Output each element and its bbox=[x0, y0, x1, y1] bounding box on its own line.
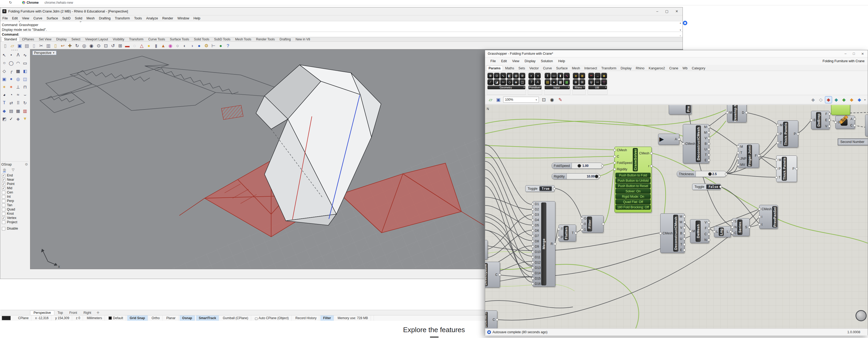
slider-knob[interactable] bbox=[708, 172, 712, 176]
debrep-component[interactable]: B DeBrep FEV bbox=[811, 111, 830, 129]
minimize-button[interactable]: – bbox=[845, 52, 846, 56]
zoom-selected-icon[interactable]: ⊙ bbox=[95, 42, 102, 49]
status-item-millimeters[interactable]: Millimeters bbox=[84, 315, 105, 321]
clipped-component[interactable] bbox=[865, 114, 868, 136]
orient-icon[interactable]: ↻ bbox=[22, 100, 28, 106]
port-g[interactable]: G bbox=[581, 217, 586, 220]
port-m[interactable]: M bbox=[704, 131, 710, 134]
arc-icon[interactable]: ◠ bbox=[15, 60, 21, 66]
number-slider-icon[interactable]: ‖ bbox=[545, 73, 551, 79]
toolbar-tab-select[interactable]: Select bbox=[69, 37, 83, 41]
toolbar-tab-solid-tools[interactable]: Solid Tools bbox=[192, 37, 212, 41]
palette-group-label[interactable]: Input▾ bbox=[545, 86, 570, 89]
crane-button-push-button-to-reset[interactable]: Push Button to Reset bbox=[616, 183, 651, 189]
port-c[interactable]: C bbox=[731, 231, 737, 235]
command-area[interactable]: Successfully read file "C:\Users\...\Doc… bbox=[0, 21, 683, 37]
checkbox[interactable] bbox=[2, 204, 5, 207]
rectangle-icon[interactable]: ▭ bbox=[22, 60, 28, 66]
disable-checkbox[interactable] bbox=[2, 227, 5, 230]
port-m[interactable]: M bbox=[704, 126, 710, 129]
plane-param-icon[interactable]: ◪ bbox=[494, 79, 500, 85]
port-t[interactable]: t bbox=[758, 223, 762, 226]
port-p[interactable]: P bbox=[776, 132, 782, 136]
export-doc-icon[interactable]: ▯ bbox=[31, 42, 37, 49]
colour-swatch-icon[interactable]: ▩ bbox=[564, 79, 570, 85]
cut-icon[interactable]: ✂ bbox=[38, 42, 44, 49]
crane-button-quad-flat-off[interactable]: Quad Flat: Off bbox=[616, 199, 651, 204]
preview-eye-icon[interactable]: ◉ bbox=[549, 97, 555, 103]
rhino-menu-render[interactable]: Render bbox=[160, 16, 175, 20]
rhino-menu-analyze[interactable]: Analyze bbox=[144, 16, 160, 20]
port-p[interactable]: P bbox=[793, 167, 798, 170]
gem-gray-icon[interactable]: ◆ bbox=[810, 97, 816, 103]
checkbox[interactable] bbox=[2, 195, 5, 199]
port-cmesh[interactable]: CMesh bbox=[758, 207, 772, 211]
port-b[interactable]: B bbox=[810, 119, 815, 122]
port-t[interactable]: T bbox=[737, 151, 742, 155]
shaded-sphere-icon[interactable]: ◐ bbox=[182, 42, 188, 49]
redraw-brush-icon[interactable]: ✎ bbox=[557, 97, 564, 103]
point-icon[interactable]: • bbox=[8, 52, 14, 58]
port-d8[interactable]: D8 bbox=[531, 240, 539, 243]
md-slider-icon[interactable]: ▦ bbox=[557, 79, 563, 85]
slider-knob[interactable] bbox=[578, 164, 581, 167]
gh-tab-surface[interactable]: Surface bbox=[554, 66, 570, 71]
smash-icon[interactable]: ✶ bbox=[8, 84, 14, 90]
panel-icon[interactable]: ▤ bbox=[545, 79, 551, 85]
osnap-tab-icon[interactable]: ◎ bbox=[3, 168, 6, 172]
boolean-param-icon[interactable]: ◐ bbox=[528, 73, 534, 79]
pipe-icon[interactable]: ◫ bbox=[22, 76, 28, 82]
chevron-down-icon[interactable]: ▾ bbox=[864, 98, 866, 101]
osnap-item-mid[interactable]: ✓Mid bbox=[1, 186, 28, 190]
viewport-title[interactable]: Perspective ▼ bbox=[32, 51, 56, 55]
port-d5[interactable]: D5 bbox=[531, 224, 539, 227]
port-d14[interactable]: D14 bbox=[531, 272, 541, 275]
checkbox[interactable] bbox=[2, 212, 5, 215]
port-i[interactable]: i bbox=[758, 215, 762, 218]
status-item-cplane[interactable]: CPlane bbox=[16, 315, 31, 321]
port-a[interactable]: A bbox=[675, 138, 680, 141]
rhino-menu-window[interactable]: Window bbox=[175, 16, 191, 20]
integer-param-icon[interactable]: 7 bbox=[528, 79, 534, 85]
group-icon[interactable]: ◩ bbox=[1, 115, 7, 122]
status-item-auto-cplane-object[interactable]: Auto CPlane (Object) bbox=[252, 315, 292, 321]
port-p[interactable]: P bbox=[794, 132, 799, 136]
demesh-component[interactable]: M DeMesh VFCN bbox=[690, 219, 709, 243]
port-l[interactable]: L bbox=[713, 230, 718, 233]
port-t[interactable]: T bbox=[776, 141, 782, 144]
gh-tab-display[interactable]: Display bbox=[618, 66, 633, 71]
select-filter-icon[interactable]: △ bbox=[138, 42, 145, 49]
pan-icon[interactable]: ✚ bbox=[66, 42, 73, 49]
port-r[interactable]: r bbox=[648, 165, 653, 168]
port-d3[interactable]: D3 bbox=[531, 213, 539, 216]
zoom-extents-icon[interactable]: ⊡ bbox=[102, 42, 109, 49]
cache-param-icon[interactable]: ◫ bbox=[519, 79, 525, 85]
port-cmesh[interactable]: CMesh bbox=[639, 152, 653, 155]
paste-icon[interactable]: ▯ bbox=[52, 42, 59, 49]
port-m[interactable]: M bbox=[680, 215, 686, 218]
port-v[interactable]: V bbox=[705, 137, 710, 140]
rhino-title-bar[interactable]: R Folding Furniture with Crane.3dm (2 MB… bbox=[0, 7, 683, 15]
status-item-gumball-cplane[interactable]: Gumball (CPlane) bbox=[220, 315, 251, 321]
status-item-osnap[interactable]: Osnap bbox=[180, 315, 195, 321]
palette-group-label[interactable]: Util▾ bbox=[588, 86, 607, 89]
close-button[interactable]: ✕ bbox=[861, 52, 864, 56]
status-item-ortho[interactable]: Ortho bbox=[149, 315, 163, 321]
osnap-item-end[interactable]: ✓End bbox=[1, 173, 28, 177]
colour-param-icon[interactable]: ◑ bbox=[535, 73, 541, 79]
slider-track[interactable]: 10.00 bbox=[567, 173, 599, 179]
box-icon[interactable]: ▣ bbox=[1, 76, 7, 82]
boolean-toggle-icon[interactable]: ▮ bbox=[557, 73, 563, 79]
canvas-navigation-ball[interactable] bbox=[856, 310, 867, 321]
merge-component[interactable]: D1D2D3D4D5D6D7D8D9D10D11D12D13D14D15D16 … bbox=[532, 201, 555, 287]
gh-menu-edit[interactable]: Edit bbox=[498, 59, 509, 63]
osnap-item-vertex[interactable]: ✓Vertex bbox=[1, 216, 28, 220]
gear-icon[interactable]: ⚙ bbox=[203, 42, 210, 49]
osnap-item-quad[interactable]: Quad bbox=[1, 207, 28, 211]
palette-drag-handle[interactable]: •••• bbox=[0, 48, 30, 51]
port-m[interactable]: M bbox=[689, 230, 695, 233]
selected-component-partial[interactable] bbox=[831, 105, 850, 115]
port-cmesh[interactable]: CMesh bbox=[682, 142, 695, 145]
toolbar-tab-set-view[interactable]: Set View bbox=[36, 37, 54, 41]
port-s[interactable]: S bbox=[731, 220, 737, 223]
